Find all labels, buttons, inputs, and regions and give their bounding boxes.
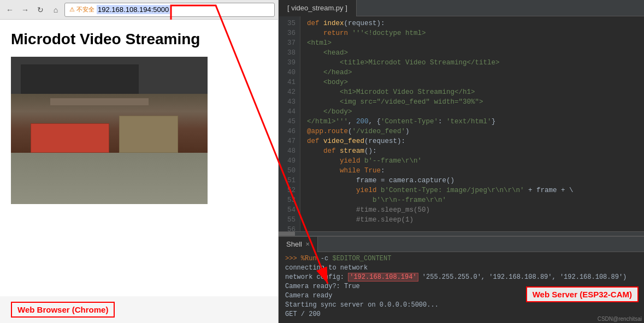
shell-command: %Run -c $EDITOR_CONTENT <box>301 255 392 262</box>
watermark: CSDN@renchitsai <box>598 316 642 322</box>
editor-tabs: [ video_stream.py ] <box>279 0 644 16</box>
horizontal-scrollbar[interactable] <box>279 231 644 236</box>
browser-label: Web Browser (Chrome) <box>11 302 115 318</box>
shell-panel: Shell ✕ >>> %Run -c $EDITOR_CONTENT conn… <box>279 236 644 323</box>
home-button[interactable]: ⌂ <box>49 3 62 16</box>
editor-tab-file[interactable]: [ video_stream.py ] <box>279 0 357 16</box>
shell-tabs: Shell ✕ <box>279 237 644 252</box>
browser-content: Microdot Video Streaming <box>0 20 278 296</box>
shell-output-1: connecting to network <box>285 264 637 273</box>
forward-button[interactable]: → <box>19 3 32 16</box>
web-server-label: Web Server (ESP32-CAM) <box>526 286 639 302</box>
shell-prompt: >>> <box>285 255 297 262</box>
shell-output-2: network config: '192.168.108.194' '255.2… <box>285 273 637 282</box>
shell-output-6: GET / 200 <box>285 310 637 319</box>
code-area: 35 36 37 38 39 40 41 42 43 44 45 46 47 4… <box>279 16 644 231</box>
browser-footer: Web Browser (Chrome) <box>0 296 278 323</box>
address-bar[interactable]: ⚠ 不安全 192.168.108.194:5000 <box>64 3 275 17</box>
browser-panel: ← → ↻ ⌂ ⚠ 不安全 192.168.108.194:5000 Micro… <box>0 0 279 323</box>
shell-tab[interactable]: Shell ✕ <box>279 237 318 252</box>
back-button[interactable]: ← <box>3 3 16 16</box>
url-text: 192.168.108.194:5000 <box>97 5 170 14</box>
security-warning-icon: ⚠ 不安全 <box>69 5 94 14</box>
editor-shell-panel: [ video_stream.py ] 35 36 37 38 39 40 41… <box>279 0 644 323</box>
video-feed <box>11 57 208 204</box>
ip-highlight: '192.168.108.194' <box>348 273 418 282</box>
shell-tab-label: Shell <box>286 240 302 248</box>
page-title: Microdot Video Streaming <box>11 31 267 48</box>
reload-button[interactable]: ↻ <box>34 3 47 16</box>
code-lines: def index(request): return '''<!doctype … <box>300 16 644 231</box>
line-numbers: 35 36 37 38 39 40 41 42 43 44 45 46 47 4… <box>279 16 300 231</box>
browser-toolbar: ← → ↻ ⌂ ⚠ 不安全 192.168.108.194:5000 <box>0 0 278 20</box>
shell-prompt-line: >>> %Run -c $EDITOR_CONTENT <box>285 254 637 264</box>
shell-close-icon[interactable]: ✕ <box>305 241 310 247</box>
